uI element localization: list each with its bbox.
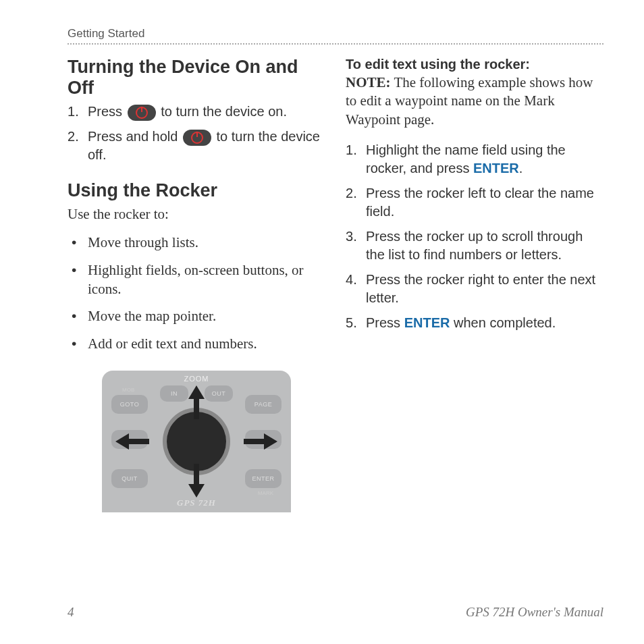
text: Press bbox=[366, 315, 404, 330]
text: Press and hold bbox=[88, 129, 182, 144]
list-item: Press the rocker left to clear the name … bbox=[346, 184, 603, 221]
device-model-label: GPS 72H bbox=[102, 498, 291, 508]
device-quit-button: QUIT bbox=[111, 469, 148, 488]
arrow-up-icon bbox=[188, 385, 205, 399]
list-item: Press ENTER when completed. bbox=[346, 314, 603, 332]
device-out-button: OUT bbox=[205, 385, 233, 402]
edit-steps: Highlight the name field using the rocke… bbox=[346, 141, 603, 332]
enter-key: ENTER bbox=[473, 161, 519, 176]
content-columns: Turning the Device On and Off Press to t… bbox=[68, 57, 603, 512]
rocker-uses-list: Move through lists. Highlight fields, on… bbox=[68, 233, 325, 353]
power-icon bbox=[128, 105, 156, 121]
power-steps: Press to turn the device on. Press and h… bbox=[68, 103, 325, 164]
right-column: To edit text using the rocker: NOTE: The… bbox=[346, 57, 603, 512]
text: Press bbox=[88, 104, 126, 119]
rocker-circle bbox=[167, 412, 226, 471]
section-header: Getting Started bbox=[68, 27, 603, 45]
page-footer: 4 GPS 72H Owner's Manual bbox=[68, 605, 603, 620]
text: to turn the device on. bbox=[157, 104, 287, 119]
device-mob-label: MOB bbox=[122, 387, 134, 393]
arrow-down-icon bbox=[188, 484, 205, 498]
list-item: Press the rocker up to scroll through th… bbox=[346, 227, 603, 264]
heading-rocker: Using the Rocker bbox=[68, 180, 325, 201]
enter-key: ENTER bbox=[404, 315, 450, 330]
text: . bbox=[519, 161, 523, 176]
device-enter-button: ENTER bbox=[245, 469, 281, 488]
left-column: Turning the Device On and Off Press to t… bbox=[68, 57, 325, 512]
list-item: Press and hold to turn the device off. bbox=[68, 128, 325, 164]
device-mark-label: MARK bbox=[258, 490, 273, 496]
list-item: Add or edit text and numbers. bbox=[68, 334, 325, 353]
text: when completed. bbox=[450, 315, 556, 330]
device-in-button: IN bbox=[160, 385, 188, 402]
device-zoom-label: ZOOM bbox=[102, 375, 291, 383]
power-icon bbox=[183, 130, 211, 146]
list-item: Move through lists. bbox=[68, 233, 325, 252]
manual-title: GPS 72H Owner's Manual bbox=[466, 605, 603, 620]
device-illustration: ZOOM MOB GOTO IN OUT PAGE QUIT ENTER MAR… bbox=[102, 371, 291, 512]
device-page-button: PAGE bbox=[245, 395, 281, 414]
edit-text-lead: To edit text using the rocker: bbox=[346, 57, 603, 72]
heading-power: Turning the Device On and Off bbox=[68, 57, 325, 99]
arrow-right-icon bbox=[264, 433, 277, 450]
edit-text-note: NOTE: The following example shows how to… bbox=[346, 74, 603, 129]
list-item: Highlight fields, on-screen buttons, or … bbox=[68, 261, 325, 299]
list-item: Move the map pointer. bbox=[68, 306, 325, 325]
note-label: NOTE: bbox=[346, 74, 391, 90]
list-item: Press to turn the device on. bbox=[68, 103, 325, 121]
text: Highlight the name field using the rocke… bbox=[366, 142, 566, 176]
page-number: 4 bbox=[68, 605, 74, 620]
rocker-intro: Use the rocker to: bbox=[68, 205, 325, 223]
arrow-left-icon bbox=[115, 433, 129, 450]
list-item: Highlight the name field using the rocke… bbox=[346, 141, 603, 178]
list-item: Press the rocker right to enter the next… bbox=[346, 271, 603, 307]
device-goto-button: GOTO bbox=[111, 395, 148, 414]
